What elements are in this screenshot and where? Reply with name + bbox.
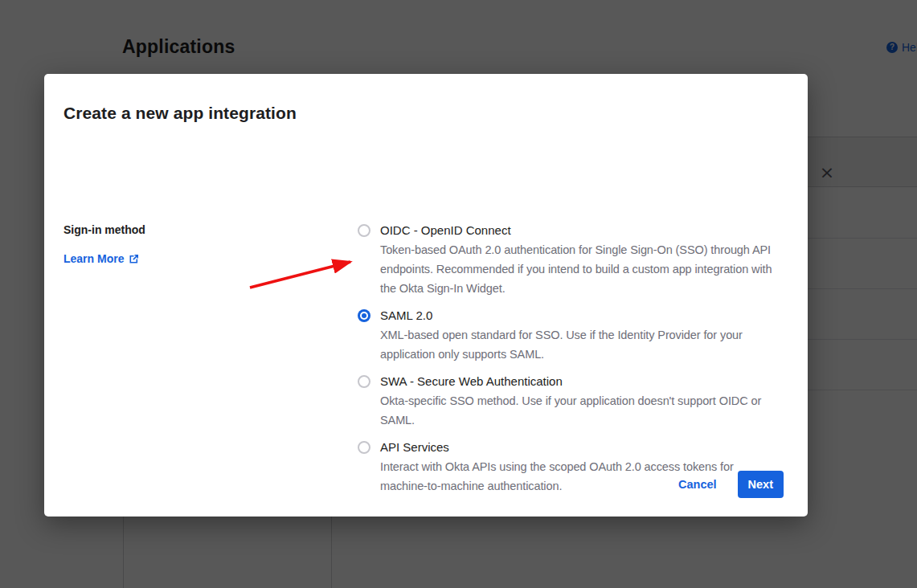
oidc-radio-button[interactable] (358, 224, 370, 237)
dialog-left-column: Sign-in method Learn More (63, 223, 329, 266)
oidc-option-description: Token-based OAuth 2.0 authentication for… (380, 240, 776, 298)
saml-option-description: XML-based open standard for SSO. Use if … (380, 325, 776, 364)
cancel-button[interactable]: Cancel (678, 478, 717, 491)
sign-in-method-options: OIDC - OpenID Connect Token-based OAuth … (358, 221, 776, 504)
dialog-footer: Cancel Next (678, 471, 784, 498)
radio-option-saml: SAML 2.0 XML-based open standard for SSO… (358, 306, 776, 364)
external-link-icon (129, 254, 139, 264)
api-services-radio-button[interactable] (358, 441, 370, 454)
dialog-title: Create a new app integration (63, 104, 297, 123)
saml-option-label[interactable]: SAML 2.0 (380, 306, 776, 325)
sign-in-method-label: Sign-in method (63, 223, 329, 236)
saml-radio-button[interactable] (358, 309, 370, 322)
swa-option-description: Okta-specific SSO method. Use if your ap… (380, 391, 776, 430)
radio-option-swa: SWA - Secure Web Authentication Okta-spe… (358, 372, 776, 430)
swa-radio-button[interactable] (358, 375, 370, 388)
next-button[interactable]: Next (738, 471, 784, 498)
learn-more-label: Learn More (63, 252, 124, 265)
oidc-option-label[interactable]: OIDC - OpenID Connect (380, 221, 776, 240)
radio-option-oidc: OIDC - OpenID Connect Token-based OAuth … (358, 221, 776, 298)
close-icon[interactable]: × (817, 162, 837, 183)
learn-more-link[interactable]: Learn More (63, 252, 139, 265)
swa-option-label[interactable]: SWA - Secure Web Authentication (380, 372, 776, 391)
api-services-option-label[interactable]: API Services (380, 438, 776, 457)
create-app-integration-dialog: × Create a new app integration Sign-in m… (44, 74, 808, 517)
